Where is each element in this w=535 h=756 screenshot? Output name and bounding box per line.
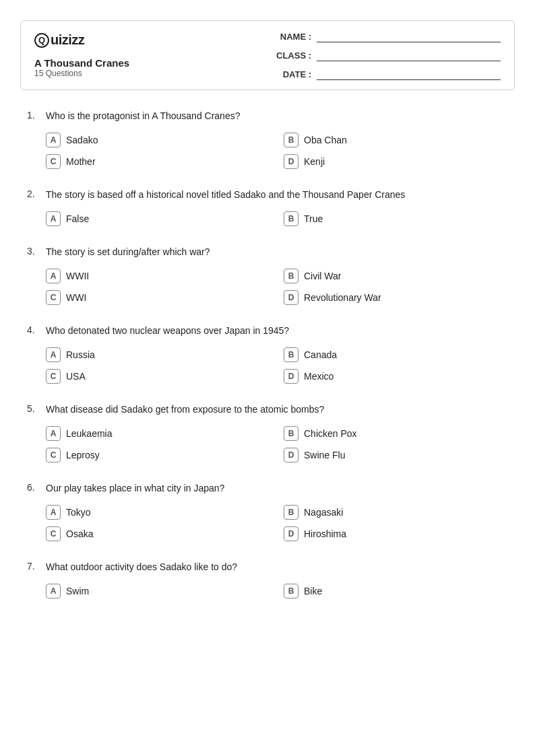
option-item-2-A[interactable]: AFalse	[46, 211, 270, 226]
option-item-4-A[interactable]: ARussia	[46, 347, 270, 362]
question-row-1: 1.Who is the protagonist in A Thousand C…	[27, 109, 508, 123]
option-item-4-C[interactable]: CUSA	[46, 369, 270, 384]
option-text-3-D: Revolutionary War	[304, 292, 381, 303]
option-badge-1-D: D	[284, 154, 298, 169]
option-item-7-B[interactable]: BBike	[284, 584, 508, 598]
option-badge-3-A: A	[46, 269, 61, 283]
option-badge-5-A: A	[46, 426, 61, 441]
option-item-5-B[interactable]: BChicken Pox	[284, 426, 508, 441]
option-badge-1-A: A	[46, 133, 61, 147]
option-badge-7-A: A	[46, 584, 61, 598]
logo-text: uizizz	[51, 32, 84, 48]
option-item-5-A[interactable]: ALeukaemia	[46, 426, 270, 441]
option-text-1-C: Mother	[66, 156, 96, 167]
question-text-3: The story is set during/after which war?	[46, 245, 508, 259]
field-label-class: CLASS :	[274, 50, 311, 61]
question-text-5: What disease did Sadako get from exposur…	[46, 403, 508, 417]
field-label-name: NAME :	[274, 32, 311, 42]
field-line-name[interactable]	[317, 30, 501, 42]
logo-q-icon: Q	[34, 33, 49, 48]
option-item-1-D[interactable]: DKenji	[284, 154, 508, 169]
field-line-date[interactable]	[317, 68, 501, 80]
option-text-4-C: USA	[66, 371, 86, 382]
option-item-2-B[interactable]: BTrue	[284, 211, 508, 226]
option-badge-7-B: B	[284, 584, 298, 598]
question-number-2: 2.	[27, 188, 46, 199]
option-text-7-B: Bike	[304, 586, 322, 596]
option-badge-4-A: A	[46, 347, 61, 362]
option-text-4-D: Mexico	[304, 371, 334, 382]
option-item-1-C[interactable]: CMother	[46, 154, 270, 169]
option-item-3-A[interactable]: AWWII	[46, 269, 270, 283]
option-item-1-A[interactable]: ASadako	[46, 133, 270, 147]
question-row-2: 2.The story is based off a historical no…	[27, 188, 508, 202]
option-text-5-D: Swine Flu	[304, 450, 345, 460]
option-text-5-C: Leprosy	[66, 450, 100, 460]
option-text-6-B: Nagasaki	[304, 507, 343, 518]
option-text-7-A: Swim	[66, 586, 89, 596]
option-badge-6-D: D	[284, 526, 298, 541]
option-badge-3-D: D	[284, 290, 298, 305]
field-label-date: DATE :	[274, 69, 311, 79]
option-item-7-A[interactable]: ASwim	[46, 584, 270, 598]
option-badge-4-B: B	[284, 347, 298, 362]
option-text-1-B: Oba Chan	[304, 135, 347, 145]
option-text-1-D: Kenji	[304, 156, 325, 167]
option-badge-3-C: C	[46, 290, 61, 305]
option-text-6-A: Tokyo	[66, 507, 91, 518]
options-grid-1: ASadakoBOba ChanCMotherDKenji	[27, 133, 508, 169]
option-badge-5-B: B	[284, 426, 298, 441]
options-grid-5: ALeukaemiaBChicken PoxCLeprosyDSwine Flu	[27, 426, 508, 462]
option-text-4-B: Canada	[304, 349, 337, 360]
question-text-2: The story is based off a historical nove…	[46, 188, 508, 202]
options-grid-4: ARussiaBCanadaCUSADMexico	[27, 347, 508, 384]
question-block-4: 4.Who detonated two nuclear weapons over…	[27, 324, 508, 384]
option-item-3-C[interactable]: CWWI	[46, 290, 270, 305]
option-badge-4-D: D	[284, 369, 298, 384]
option-text-6-D: Hiroshima	[304, 528, 346, 539]
question-block-7: 7.What outdoor activity does Sadako like…	[27, 560, 508, 598]
question-block-1: 1.Who is the protagonist in A Thousand C…	[27, 109, 508, 169]
option-text-3-C: WWI	[66, 292, 86, 303]
option-badge-6-C: C	[46, 526, 61, 541]
question-number-1: 1.	[27, 109, 46, 121]
option-item-4-B[interactable]: BCanada	[284, 347, 508, 362]
question-row-6: 6.Our play takes place in what city in J…	[27, 481, 508, 495]
options-grid-6: ATokyoBNagasakiCOsakaDHiroshima	[27, 505, 508, 541]
question-number-6: 6.	[27, 481, 46, 493]
option-text-2-A: False	[66, 213, 89, 224]
header-box: Q uizizz A Thousand Cranes 15 Questions …	[20, 20, 515, 90]
quiz-subtitle: 15 Questions	[34, 69, 261, 78]
option-text-5-A: Leukaemia	[66, 428, 113, 439]
question-block-2: 2.The story is based off a historical no…	[27, 188, 508, 226]
option-badge-6-B: B	[284, 505, 298, 520]
question-number-5: 5.	[27, 403, 46, 414]
option-item-3-B[interactable]: BCivil War	[284, 269, 508, 283]
option-item-6-A[interactable]: ATokyo	[46, 505, 270, 520]
question-row-7: 7.What outdoor activity does Sadako like…	[27, 560, 508, 574]
option-badge-5-C: C	[46, 448, 61, 462]
question-number-3: 3.	[27, 245, 46, 256]
option-item-5-C[interactable]: CLeprosy	[46, 448, 270, 462]
question-row-4: 4.Who detonated two nuclear weapons over…	[27, 324, 508, 338]
option-item-5-D[interactable]: DSwine Flu	[284, 448, 508, 462]
question-number-4: 4.	[27, 324, 46, 335]
option-item-1-B[interactable]: BOba Chan	[284, 133, 508, 147]
option-item-3-D[interactable]: DRevolutionary War	[284, 290, 508, 305]
question-text-4: Who detonated two nuclear weapons over J…	[46, 324, 508, 338]
option-item-4-D[interactable]: DMexico	[284, 369, 508, 384]
field-row-class: CLASS :	[274, 49, 501, 61]
option-text-6-C: Osaka	[66, 528, 93, 539]
option-text-3-A: WWII	[66, 271, 89, 281]
option-badge-3-B: B	[284, 269, 298, 283]
option-badge-1-B: B	[284, 133, 298, 147]
question-block-6: 6.Our play takes place in what city in J…	[27, 481, 508, 541]
option-item-6-C[interactable]: COsaka	[46, 526, 270, 541]
option-item-6-B[interactable]: BNagasaki	[284, 505, 508, 520]
question-text-6: Our play takes place in what city in Jap…	[46, 481, 508, 495]
field-row-date: DATE :	[274, 68, 501, 80]
option-item-6-D[interactable]: DHiroshima	[284, 526, 508, 541]
header-right: NAME :CLASS :DATE :	[261, 30, 501, 80]
question-block-5: 5.What disease did Sadako get from expos…	[27, 403, 508, 462]
field-line-class[interactable]	[317, 49, 501, 61]
